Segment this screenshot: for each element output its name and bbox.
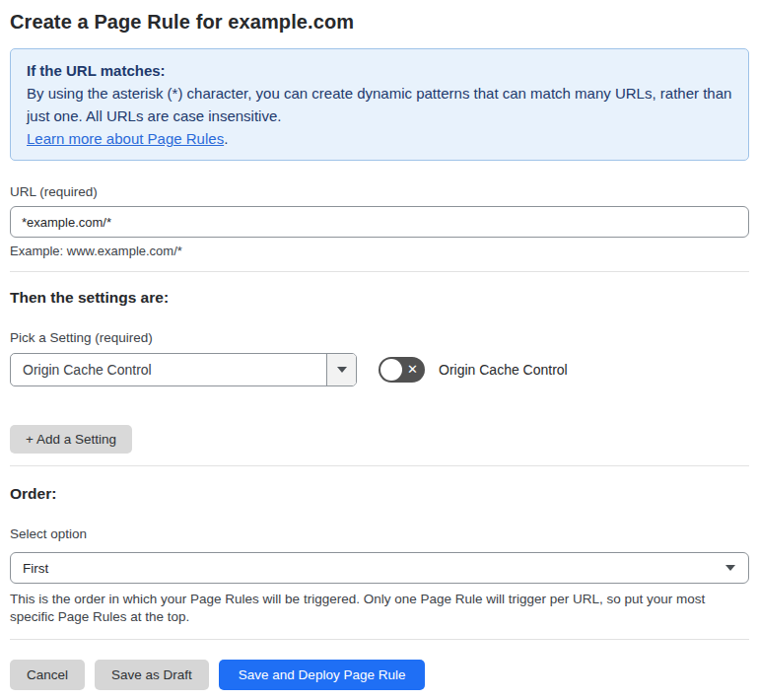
order-select[interactable]: First	[10, 552, 749, 584]
url-input[interactable]	[10, 206, 749, 238]
toggle-off-x-icon: ✕	[407, 363, 418, 376]
setting-select-value: Origin Cache Control	[11, 362, 326, 378]
setting-select[interactable]: Origin Cache Control	[10, 353, 357, 386]
order-select-caret-wrap	[725, 565, 748, 571]
url-match-info-box: If the URL matches: By using the asteris…	[10, 48, 749, 161]
save-and-deploy-button[interactable]: Save and Deploy Page Rule	[219, 660, 426, 690]
divider	[10, 465, 749, 466]
info-box-heading: If the URL matches:	[27, 59, 732, 82]
pick-setting-label: Pick a Setting (required)	[10, 329, 749, 346]
chevron-down-icon	[725, 565, 735, 571]
origin-cache-control-toggle[interactable]: ✕	[379, 357, 425, 383]
page-rule-form: Create a Page Rule for example.com If th…	[0, 0, 759, 690]
link-period: .	[224, 130, 228, 147]
setting-select-arrow-button[interactable]	[326, 354, 356, 385]
toggle-knob	[380, 359, 402, 381]
chevron-down-icon	[337, 367, 347, 373]
order-help-text: This is the order in which your Page Rul…	[10, 591, 744, 626]
order-select-label: Select option	[10, 525, 749, 542]
info-box-body: By using the asterisk (*) character, you…	[27, 82, 732, 127]
url-example-text: Example: www.example.com/*	[10, 244, 749, 259]
toggle-label: Origin Cache Control	[439, 362, 568, 378]
cancel-button[interactable]: Cancel	[10, 660, 85, 690]
page-title: Create a Page Rule for example.com	[10, 10, 749, 34]
divider	[10, 639, 749, 640]
order-select-value: First	[11, 561, 725, 576]
settings-section-heading: Then the settings are:	[10, 288, 749, 307]
footer-button-row: Cancel Save as Draft Save and Deploy Pag…	[10, 660, 749, 690]
order-section-heading: Order:	[10, 484, 749, 503]
learn-more-link[interactable]: Learn more about Page Rules	[27, 130, 224, 147]
setting-picker-row: Origin Cache Control ✕ Origin Cache Cont…	[10, 353, 749, 386]
save-as-draft-button[interactable]: Save as Draft	[95, 660, 209, 690]
url-field-label: URL (required)	[10, 183, 749, 200]
info-box-link-line: Learn more about Page Rules.	[27, 127, 732, 150]
divider	[10, 271, 749, 272]
add-setting-button[interactable]: + Add a Setting	[10, 425, 132, 454]
